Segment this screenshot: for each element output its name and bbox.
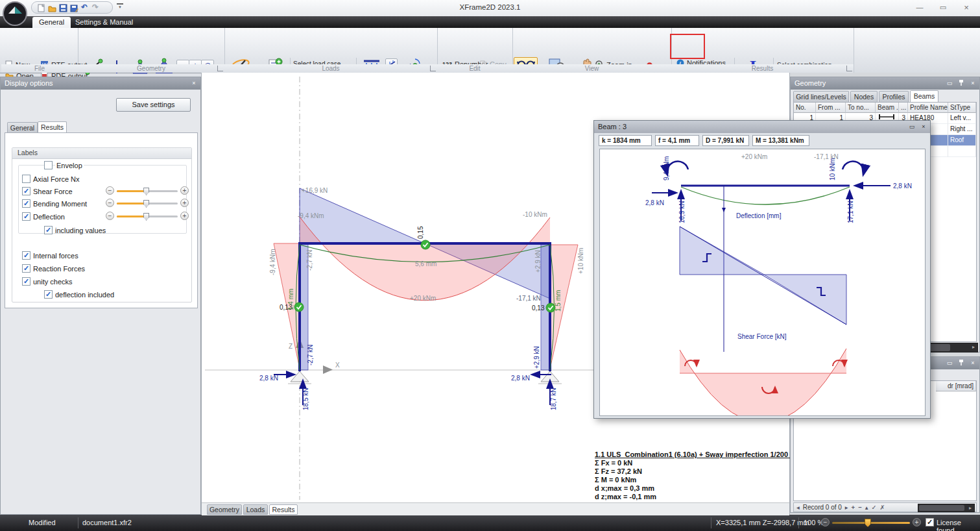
cell[interactable]: Roof xyxy=(948,135,976,146)
col-to[interactable]: To no... xyxy=(846,103,876,113)
geometry-pin-icon[interactable] xyxy=(957,79,966,88)
geometry-close-icon[interactable]: × xyxy=(968,79,977,88)
record-edit-icon[interactable]: ▴ xyxy=(865,504,868,511)
scroll-right-icon[interactable]: ▸ xyxy=(970,343,977,352)
shear-force-slider[interactable]: −+ xyxy=(106,186,189,196)
ribbon-group-edit: 123Renumber ↶Undo ↷Redo Copy ✗Delete Mov… xyxy=(437,28,513,73)
unity-check-badge-mid xyxy=(421,240,430,249)
cell[interactable]: Right ... xyxy=(948,124,976,135)
zoom-slider-handle[interactable] xyxy=(865,519,871,527)
record-add-icon[interactable]: + xyxy=(852,504,855,511)
record-commit-icon[interactable]: ✓ xyxy=(872,504,877,511)
moment-col-left-label: -9,4 kNm xyxy=(269,249,276,275)
tab-beams[interactable]: Beams xyxy=(910,90,938,102)
geometry-restore-icon[interactable]: ▭ xyxy=(945,79,954,88)
tab-general[interactable]: General xyxy=(32,17,71,28)
tab-grid-lines[interactable]: Grid lines/Levels xyxy=(793,91,849,102)
results-dialog-launcher[interactable] xyxy=(846,66,852,71)
beam-window-restore-icon[interactable]: ▭ xyxy=(907,123,916,131)
tab-nodes[interactable]: Nodes xyxy=(850,91,878,102)
ribbon-group-view: Display options Zoom window Pan Zoom in … xyxy=(512,28,672,73)
record-prev-icon[interactable]: ◂ xyxy=(796,504,800,511)
slider-handle[interactable] xyxy=(143,213,149,221)
reaction-forces-checkbox[interactable] xyxy=(22,264,30,273)
beam-window-close-icon[interactable]: × xyxy=(919,123,928,131)
records-h-scrollbar[interactable]: ▸ xyxy=(918,504,975,512)
slider-plus-icon[interactable]: + xyxy=(180,212,189,220)
beam-diagrams: +20 kNm -17,1 kN 9,4 kNm 10 kNm 2,8 kN 2… xyxy=(600,149,925,415)
summary-line: Σ M = 0 kNm xyxy=(595,476,799,484)
deflection-slider[interactable]: −+ xyxy=(106,212,189,221)
slider-handle[interactable] xyxy=(143,188,149,195)
restore-button[interactable]: ▭ xyxy=(934,3,952,13)
results-pin-icon[interactable] xyxy=(957,359,966,367)
unity-checks-checkbox[interactable] xyxy=(22,277,30,286)
results-restore-icon[interactable]: ▭ xyxy=(945,359,954,367)
slider-minus-icon[interactable]: − xyxy=(106,212,114,220)
col-profile[interactable]: Profile Name xyxy=(908,103,948,113)
including-values-checkbox[interactable] xyxy=(44,226,53,234)
unity-check-mid-label: 0,15 xyxy=(417,226,424,239)
redo-icon[interactable]: ↷ xyxy=(92,3,101,12)
qat-customize-caret[interactable]: ▼ xyxy=(117,3,123,10)
col-no[interactable]: No. xyxy=(794,103,816,113)
minimize-button[interactable]: — xyxy=(911,3,929,13)
slider-minus-icon[interactable]: − xyxy=(106,199,114,207)
tab-settings-manual[interactable]: Settings & Manual xyxy=(69,17,139,28)
view-tab-loads[interactable]: Loads xyxy=(243,504,268,515)
bending-moment-slider[interactable]: −+ xyxy=(106,199,189,208)
geometry-dialog-launcher[interactable] xyxy=(217,66,223,71)
col-beam[interactable]: Beam ... xyxy=(876,103,899,113)
deflection-checkbox[interactable] xyxy=(22,212,30,221)
tab-general[interactable]: General xyxy=(7,122,38,133)
app-logo[interactable] xyxy=(2,1,28,29)
record-delete-icon[interactable]: − xyxy=(858,504,862,511)
view-tab-geometry[interactable]: Geometry xyxy=(207,504,242,515)
slider-handle[interactable] xyxy=(143,200,149,208)
record-next-icon[interactable]: ▸ xyxy=(845,504,848,511)
bending-moment-checkbox[interactable] xyxy=(22,199,30,208)
envelop-checkbox[interactable] xyxy=(44,161,53,169)
slider-minus-icon[interactable]: − xyxy=(106,186,114,195)
slider-plus-icon[interactable]: + xyxy=(180,199,189,207)
field-d: D = 7,991 kN xyxy=(702,135,749,146)
save-icon[interactable] xyxy=(59,3,67,12)
results-close-icon[interactable]: × xyxy=(968,359,977,367)
undo-icon[interactable]: ↶ xyxy=(81,3,90,12)
display-options-close-icon[interactable]: × xyxy=(189,79,198,88)
summary-line: Σ Fz = 37,2 kN xyxy=(595,467,799,476)
save-as-icon[interactable] xyxy=(70,3,78,12)
col-dots[interactable]: ... xyxy=(899,103,908,113)
view-tab-results[interactable]: Results xyxy=(269,504,298,515)
scroll-right-icon[interactable]: ▸ xyxy=(966,504,974,512)
record-cancel-icon[interactable]: ✗ xyxy=(879,504,885,511)
shear-force-checkbox[interactable] xyxy=(22,187,30,195)
cell[interactable] xyxy=(948,146,976,157)
zoom-slider[interactable] xyxy=(832,522,910,524)
license-checkbox[interactable]: ✓ xyxy=(926,518,934,526)
tab-results[interactable]: Results xyxy=(38,121,67,133)
zoom-out-icon[interactable]: − xyxy=(821,518,830,526)
view-group-label: View xyxy=(512,64,671,73)
slider-plus-icon[interactable]: + xyxy=(180,186,189,195)
col-from[interactable]: From ... xyxy=(816,103,846,113)
bending-moment-label: Bending Moment xyxy=(33,200,87,208)
internal-forces-checkbox[interactable] xyxy=(22,251,30,260)
col-sttype[interactable]: StType xyxy=(948,103,976,113)
zoom-in-icon[interactable]: + xyxy=(913,518,921,526)
beam-detail-window[interactable]: Beam : 3 ▭ × k = 1834 mm f = 4,1 mm D = … xyxy=(593,120,931,419)
deflection-included-checkbox[interactable] xyxy=(44,290,53,299)
moment-col-right-label: +10 kNm xyxy=(577,248,584,274)
dr-column-header[interactable]: dr [mrad] xyxy=(936,381,976,391)
loads-dialog-launcher[interactable] xyxy=(430,66,436,71)
cell[interactable]: Left v... xyxy=(948,113,976,124)
new-document-icon[interactable] xyxy=(37,3,45,12)
close-button[interactable]: × xyxy=(957,3,975,13)
axial-force-checkbox[interactable] xyxy=(22,175,30,183)
window-title: XFrame2D 2023.1 xyxy=(389,3,591,11)
tab-profiles[interactable]: Profiles xyxy=(879,91,909,102)
save-settings-button[interactable]: Save settings xyxy=(116,98,191,112)
labels-groupbox-header: Labels xyxy=(12,148,191,159)
open-folder-icon[interactable] xyxy=(48,3,56,12)
shear-col-right-bot-label: +2,9 kN xyxy=(533,346,540,369)
